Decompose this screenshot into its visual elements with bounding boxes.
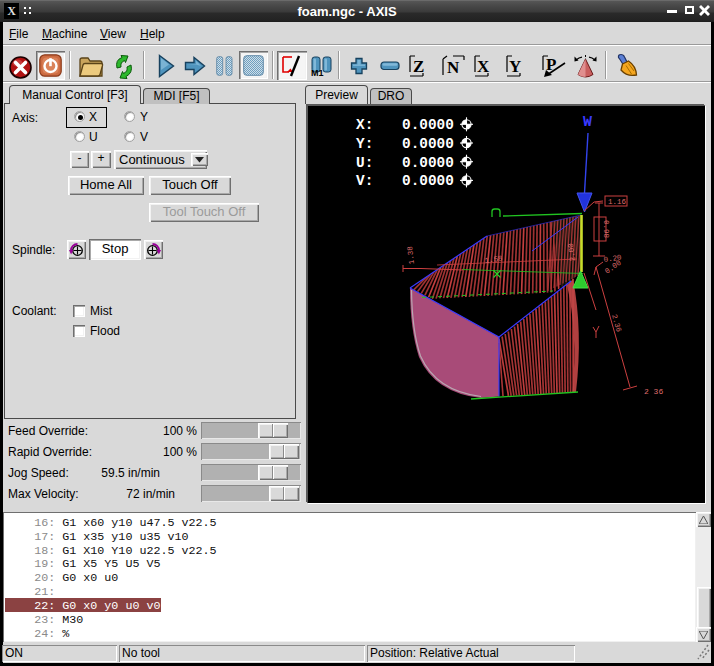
svg-text:0.0000: 0.0000	[402, 173, 454, 189]
svg-text:Y:: Y:	[356, 136, 373, 152]
svg-text:1.16: 1.16	[608, 198, 627, 206]
svg-text:2 36: 2 36	[644, 387, 663, 396]
svg-text:N: N	[447, 58, 460, 77]
svg-text:U:: U:	[356, 155, 373, 171]
svg-text:Z: Z	[413, 57, 424, 76]
svg-text:0.0000: 0.0000	[402, 117, 454, 133]
svg-text:X:: X:	[356, 117, 373, 133]
svg-text:1.58: 1.58	[484, 255, 503, 265]
svg-text:0.0000: 0.0000	[402, 155, 454, 171]
svg-text:M1: M1	[311, 68, 324, 77]
svg-text:Y: Y	[509, 57, 521, 76]
svg-text:P: P	[546, 55, 556, 74]
svg-text:0.0000: 0.0000	[402, 136, 454, 152]
svg-text:X: X	[477, 57, 490, 76]
svg-text:0.98: 0.98	[602, 220, 610, 238]
svg-text:1.38: 1.38	[406, 246, 416, 265]
svg-text:W: W	[583, 114, 592, 131]
svg-text:V:: V:	[356, 173, 373, 189]
